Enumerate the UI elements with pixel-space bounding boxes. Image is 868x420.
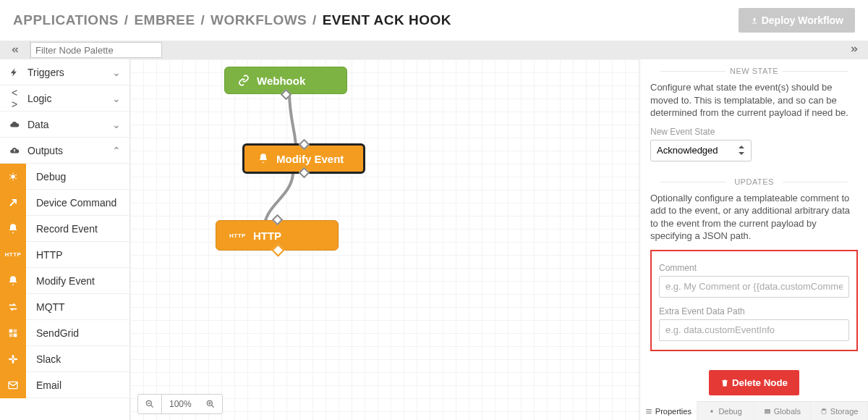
http-icon: HTTP: [5, 251, 22, 258]
code-icon: < >: [9, 87, 20, 110]
bell-icon: [7, 275, 19, 287]
palette-item-device-command[interactable]: Device Command: [0, 190, 129, 216]
breadcrumb: APPLICATIONS / EMBREE / WORKFLOWS / EVEN…: [13, 12, 451, 28]
zoom-level: 100%: [161, 394, 199, 414]
breadcrumb-applications[interactable]: APPLICATIONS: [13, 12, 119, 28]
svg-rect-12: [646, 409, 652, 410]
workflow-canvas[interactable]: Webhook Modify Event HTTP HTTP 100%: [130, 59, 639, 420]
chevron-down-icon: ⌄: [112, 67, 121, 78]
collapse-rightpanel-button[interactable]: [848, 44, 868, 56]
palette-item-label: Debug: [26, 171, 66, 182]
node-modify-event[interactable]: Modify Event: [242, 143, 365, 174]
node-modify-event-label: Modify Event: [276, 153, 344, 165]
properties-panel: NEW STATE Configure what state the event…: [639, 59, 868, 420]
palette-item-label: Slack: [26, 353, 61, 365]
tab-label: Debug: [718, 407, 741, 416]
chevron-down-icon: ⌄: [112, 93, 121, 104]
bug-icon: [708, 408, 715, 415]
palette-item-label: Email: [26, 379, 61, 391]
tab-label: Globals: [774, 407, 801, 416]
node-port-out[interactable]: [271, 243, 284, 256]
category-triggers-label: Triggers: [27, 67, 64, 78]
node-port-out[interactable]: [299, 167, 310, 179]
category-outputs[interactable]: Outputs ⌃: [0, 138, 129, 164]
extra-path-field-label: Extra Event Data Path: [659, 306, 849, 316]
category-data-label: Data: [27, 119, 49, 130]
svg-rect-4: [14, 333, 17, 337]
palette-item-debug[interactable]: Debug: [0, 164, 129, 190]
chevrons-right-icon: [849, 45, 859, 54]
svg-rect-1: [9, 329, 13, 332]
link-icon: [238, 75, 250, 86]
palette-item-label: Modify Event: [26, 275, 95, 287]
updates-description: Optionally configure a templateable comm…: [650, 192, 858, 243]
comment-input[interactable]: [659, 276, 849, 298]
zoom-out-icon: [145, 399, 155, 409]
palette-item-record-event[interactable]: Record Event: [0, 216, 129, 242]
http-icon: HTTP: [229, 232, 246, 239]
node-palette: Triggers ⌄ < > Logic ⌄ Data ⌄ Outputs ⌃ …: [0, 59, 130, 420]
tab-globals[interactable]: Globals: [754, 402, 812, 420]
extra-event-data-path-input[interactable]: [659, 319, 849, 341]
tab-properties[interactable]: Properties: [640, 401, 697, 420]
chevron-up-icon: ⌃: [112, 145, 121, 156]
chevrons-left-icon: [10, 46, 20, 54]
category-logic[interactable]: < > Logic ⌄: [0, 85, 129, 112]
tab-storage[interactable]: Storage: [811, 402, 868, 420]
chevron-down-icon: ⌄: [112, 119, 121, 130]
zoom-in-icon: [205, 399, 216, 409]
bolt-icon: [9, 67, 20, 77]
tab-label: Storage: [830, 407, 859, 416]
node-port-in[interactable]: [272, 214, 284, 226]
section-new-state: NEW STATE: [650, 67, 858, 75]
swap-icon: [7, 301, 19, 313]
svg-point-0: [11, 175, 14, 178]
tab-debug[interactable]: Debug: [697, 402, 754, 420]
zoom-controls: 100%: [137, 394, 223, 414]
collapse-sidebar-button[interactable]: [0, 41, 30, 59]
svg-rect-17: [765, 411, 770, 411]
svg-rect-6: [12, 359, 14, 363]
palette-item-modify-event[interactable]: Modify Event: [0, 268, 129, 294]
zoom-out-button[interactable]: [138, 394, 161, 414]
palette-item-slack[interactable]: Slack: [0, 346, 129, 372]
palette-item-email[interactable]: Email: [0, 372, 129, 398]
node-webhook[interactable]: Webhook: [224, 67, 347, 94]
delete-node-button[interactable]: Delete Node: [709, 370, 799, 395]
node-http[interactable]: HTTP HTTP: [216, 220, 339, 251]
zoom-in-button[interactable]: [199, 394, 222, 414]
palette-item-mqtt[interactable]: MQTT: [0, 294, 129, 320]
bell-icon: [7, 223, 19, 235]
node-port-out[interactable]: [281, 89, 292, 101]
svg-rect-5: [12, 355, 14, 358]
palette-item-http[interactable]: HTTP HTTP: [0, 242, 129, 268]
new-event-state-select[interactable]: Acknowledged: [650, 140, 752, 161]
comment-field-label: Comment: [659, 263, 849, 273]
new-state-description: Configure what state the event(s) should…: [650, 81, 858, 119]
updates-highlight-box: Comment Extra Event Data Path: [650, 250, 858, 351]
category-data[interactable]: Data ⌄: [0, 112, 129, 138]
category-outputs-label: Outputs: [27, 145, 63, 156]
svg-rect-7: [9, 358, 12, 360]
breadcrumb-workflows[interactable]: WORKFLOWS: [210, 12, 307, 28]
category-triggers[interactable]: Triggers ⌄: [0, 59, 129, 85]
svg-rect-2: [14, 329, 17, 332]
slack-icon: [7, 353, 19, 365]
svg-rect-16: [765, 409, 770, 410]
breadcrumb-embree[interactable]: EMBREE: [134, 12, 195, 28]
palette-item-label: Device Command: [26, 197, 116, 209]
mail-icon: [7, 379, 19, 391]
filter-node-palette-input[interactable]: [30, 42, 162, 58]
database-icon: [820, 408, 827, 415]
deploy-workflow-button[interactable]: Deploy Workflow: [739, 8, 855, 33]
palette-item-label: Record Event: [26, 223, 98, 235]
cloud-upload-icon: [9, 146, 20, 156]
svg-rect-13: [646, 411, 652, 412]
node-port-in[interactable]: [299, 139, 310, 151]
trash-icon: [720, 379, 729, 387]
category-logic-label: Logic: [27, 93, 51, 104]
palette-item-sendgrid[interactable]: SendGrid: [0, 320, 129, 346]
svg-rect-8: [14, 358, 17, 360]
bell-icon: [258, 153, 269, 164]
new-state-field-label: New Event State: [650, 127, 858, 137]
